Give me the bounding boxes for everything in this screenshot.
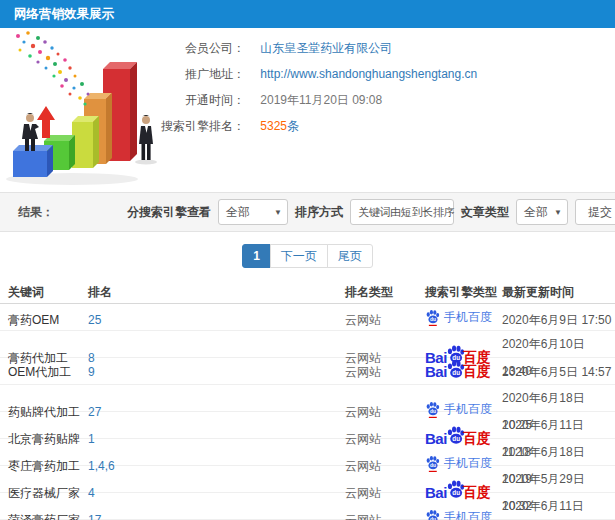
rank-link[interactable]: 27	[88, 399, 345, 426]
engine-cell: du 手机百度	[425, 450, 502, 482]
rank-link[interactable]: 17	[88, 507, 345, 520]
mobile-baidu-label: 手机百度	[444, 450, 492, 477]
keyword-cell: 枣庄膏药加工	[8, 453, 88, 480]
engine-filter-select[interactable]: 全部 ▼	[218, 199, 288, 225]
baidu-logo-cn: 百度	[463, 358, 491, 385]
promo-url-link[interactable]: http://www.shandonghuangshengtang.cn	[260, 67, 477, 81]
baidu-logo-bai: Bai	[425, 358, 447, 385]
member-company-row: 会员公司： 山东皇圣堂药业有限公司	[147, 40, 615, 56]
mobile-baidu-badge: du 手机百度	[425, 304, 492, 331]
engine-cell: du 手机百度	[425, 304, 502, 336]
rank-link[interactable]: 9	[88, 359, 345, 386]
member-company-link[interactable]: 山东皇圣堂药业有限公司	[260, 41, 392, 55]
baidu-logo: Bai du 百度	[425, 479, 491, 506]
page-1-button[interactable]: 1	[242, 244, 271, 268]
engine-cell: Bai du 百度	[425, 358, 502, 387]
result-label: 结果：	[18, 204, 54, 221]
baidu-logo: Bai du 百度	[425, 425, 491, 452]
dropdown-arrow-icon: ▼	[269, 208, 282, 217]
pagination: 1 下一页 尾页	[0, 232, 615, 280]
mobile-baidu-label: 手机百度	[444, 504, 492, 520]
mobile-baidu-label: 手机百度	[444, 304, 492, 331]
col-updated: 最新更新时间	[502, 280, 615, 304]
table-row: 膏药代加工 8 云网站 Bai du 百度 2020	[0, 331, 615, 358]
engine-filter-label: 分搜索引擎查看	[127, 204, 211, 221]
baidu-logo-bai: Bai	[425, 425, 447, 452]
keyword-cell: 北京膏药贴牌	[8, 426, 88, 453]
rank-link[interactable]: 25	[88, 307, 345, 334]
page-title: 网络营销效果展示	[0, 0, 615, 28]
next-page-button[interactable]: 下一页	[270, 244, 328, 268]
mobile-baidu-badge: du 手机百度	[425, 396, 492, 423]
col-engine-type: 搜索引擎类型	[425, 280, 502, 304]
rank-type-cell: 云网站	[345, 307, 425, 334]
rank-link[interactable]: 1	[88, 426, 345, 453]
rank-type-cell: 云网站	[345, 399, 425, 426]
engine-cell: du 手机百度	[425, 396, 502, 428]
keyword-cell: 膏药OEM	[8, 307, 88, 334]
sort-select[interactable]: 关键词由短到长排序 ▼	[350, 199, 454, 225]
rank-type-cell: 云网站	[345, 507, 425, 520]
svg-text:du: du	[452, 435, 460, 442]
keyword-cell: OEM代加工	[8, 359, 88, 386]
member-company-label: 会员公司：	[147, 40, 245, 56]
promo-url-row: 推广地址： http://www.shandonghuangshengtang.…	[147, 66, 615, 82]
table-header: 关键词 排名 排名类型 搜索引擎类型 最新更新时间	[0, 280, 615, 304]
engine-rank-label: 搜索引擎排名：	[147, 118, 245, 134]
keyword-cell: 菏泽膏药厂家	[8, 507, 88, 520]
updated-cell: 2020年6月11日 11:40	[502, 493, 615, 520]
filter-bar: 结果： 分搜索引擎查看 全部 ▼ 排序方式 关键词由短到长排序 ▼ 文章类型 全…	[0, 192, 615, 232]
baidu-logo-cn: 百度	[463, 479, 491, 506]
filter-controls: 分搜索引擎查看 全部 ▼ 排序方式 关键词由短到长排序 ▼ 文章类型 全部 ▼ …	[127, 199, 615, 225]
svg-text:du: du	[430, 463, 436, 468]
updated-cell: 2020年6月9日 17:50	[502, 307, 615, 334]
member-info: 会员公司： 山东皇圣堂药业有限公司 推广地址： http://www.shand…	[147, 28, 615, 192]
dropdown-arrow-icon: ▼	[549, 208, 562, 217]
promo-url-label: 推广地址：	[147, 66, 245, 82]
rank-unit: 条	[287, 119, 299, 133]
svg-text:du: du	[430, 409, 436, 414]
open-time-label: 开通时间：	[147, 92, 245, 108]
open-time-row: 开通时间： 2019年11月20日 09:08	[147, 92, 615, 108]
rank-type-cell: 云网站	[345, 453, 425, 480]
mobile-baidu-badge: du 手机百度	[425, 504, 492, 520]
baidu-logo-bai: Bai	[425, 479, 447, 506]
rank-type-cell: 云网站	[345, 480, 425, 507]
baidu-paw-icon: du	[425, 401, 440, 418]
baidu-logo-cn: 百度	[463, 425, 491, 452]
summary-section: 会员公司： 山东皇圣堂药业有限公司 推广地址： http://www.shand…	[0, 28, 615, 192]
table-row: 药贴牌代加工 27 云网站 du 手机百度 2	[0, 385, 615, 412]
article-type-label: 文章类型	[461, 204, 509, 221]
sort-label: 排序方式	[295, 204, 343, 221]
engine-rank-row: 搜索引擎排名： 5325条	[147, 118, 615, 134]
sort-value: 关键词由短到长排序	[358, 205, 454, 220]
table-row: OEM代加工 9 云网站 Bai du 百度 202	[0, 358, 615, 385]
last-page-button[interactable]: 尾页	[327, 244, 373, 268]
rank-link[interactable]: 1,4,6	[88, 453, 345, 480]
table-body: 膏药OEM 25 云网站 du 手机百度 20	[0, 304, 615, 520]
rank-count: 5325	[260, 119, 287, 133]
updated-cell: 2020年6月5日 14:57	[502, 359, 615, 386]
col-rank: 排名	[88, 280, 345, 304]
col-rank-type: 排名类型	[345, 280, 425, 304]
engine-filter-value: 全部	[226, 204, 250, 221]
open-time-value: 2019年11月20日 09:08	[260, 93, 382, 107]
baidu-paw-icon: du	[425, 455, 440, 472]
svg-text:du: du	[430, 317, 436, 322]
svg-text:du: du	[452, 368, 460, 375]
baidu-paw-icon: du	[425, 509, 440, 520]
mobile-baidu-label: 手机百度	[444, 396, 492, 423]
baidu-paw-icon: du	[425, 309, 440, 326]
article-type-value: 全部	[524, 204, 548, 221]
baidu-logo: Bai du 百度	[425, 358, 491, 385]
engine-cell: du 手机百度	[425, 504, 502, 520]
rank-type-cell: 云网站	[345, 426, 425, 453]
submit-button[interactable]: 提交	[575, 199, 615, 225]
article-type-select[interactable]: 全部 ▼	[516, 199, 568, 225]
col-keyword: 关键词	[8, 280, 88, 304]
rank-link[interactable]: 4	[88, 480, 345, 507]
mobile-baidu-badge: du 手机百度	[425, 450, 492, 477]
engine-rank-value: 5325条	[260, 119, 299, 133]
rank-type-cell: 云网站	[345, 359, 425, 386]
keyword-cell: 医疗器械厂家	[8, 480, 88, 507]
